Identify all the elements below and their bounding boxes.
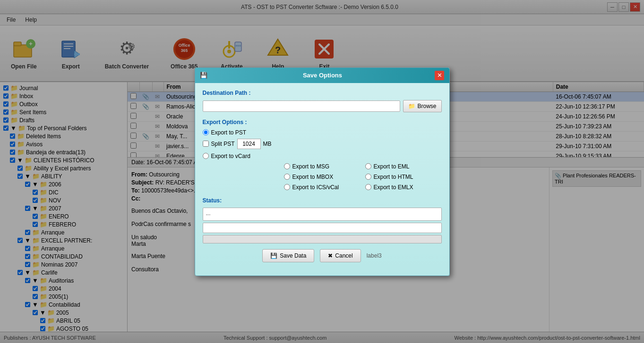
export-options-text: Export Options : [203,119,247,125]
export-vcard-label: Export to vCard [211,153,250,159]
export-html-label: Export to HTML [374,174,413,180]
export-options-label: Export Options : [203,119,442,125]
browse-label: Browse [417,103,436,109]
export-emlx-radio[interactable] [365,184,371,190]
save-data-button[interactable]: 💾 Save Data [262,249,314,262]
export-msg-label: Export to MSG [292,163,330,170]
save-data-label: Save Data [280,252,306,259]
dialog-close-button[interactable]: ✕ [435,71,444,80]
export-msg-row: Export to MSG [284,163,361,170]
destination-path-input[interactable] [203,100,401,112]
dialog-overlay: 💾 Save Options ✕ Destination Path : 📁 Br… [0,0,644,343]
export-emlx-label: Export to EMLX [374,184,413,191]
export-emlx-row: Export to EMLX [365,184,442,191]
split-pst-checkbox[interactable] [203,141,209,147]
dialog-title-icon: 💾 [200,72,207,79]
export-eml-row: Export to EML [365,163,442,170]
export-eml-radio[interactable] [365,163,371,169]
cancel-icon: ✖ [328,252,333,259]
destination-path-label: Destination Path : [203,90,442,96]
label3: label3 [367,252,382,259]
export-html-radio[interactable] [365,174,371,180]
status-value: ... [206,210,211,217]
export-pst-row: Export to PST [203,129,442,136]
export-ics-label: Export to ICS/vCal [292,184,339,191]
export-mbox-radio[interactable] [284,174,290,180]
status-text-box: ... [203,208,442,221]
export-ics-radio[interactable] [284,184,290,190]
export-row1: Export to PST Split PST MB Export to vCa… [203,129,442,159]
split-pst-input[interactable] [237,139,261,149]
export-vcard-radio[interactable] [203,153,209,159]
status-bar-small [203,235,442,243]
export-options-grid: Export to MSG Export to EML Export to MB… [203,163,442,191]
split-pst-label: Split PST [211,141,235,147]
status-label: Status: [203,197,442,204]
export-mbox-row: Export to MBOX [284,174,361,180]
browse-folder-icon: 📁 [408,103,415,109]
progress-bar-container [203,223,442,233]
cancel-label: Cancel [335,252,352,259]
col1-spacer3 [203,184,279,191]
export-vcard-row: Export to vCard [203,153,442,159]
export-html-row: Export to HTML [365,174,442,180]
dialog-body: Destination Path : 📁 Browse Export Optio… [195,83,449,276]
save-icon: 💾 [270,252,277,259]
export-eml-label: Export to EML [374,163,410,170]
cancel-button[interactable]: ✖ Cancel [320,249,361,262]
destination-path-row: 📁 Browse [203,100,442,112]
export-ics-row: Export to ICS/vCal [284,184,361,191]
status-section: Status: ... [203,197,442,243]
export-msg-radio[interactable] [284,163,290,169]
col1-spacer2 [203,174,279,180]
col1-spacer [203,163,279,170]
split-pst-unit: MB [263,141,272,147]
dialog-title: Save Options [303,72,342,79]
split-pst-row: Split PST MB [203,139,442,149]
export-mbox-label: Export to MBOX [292,174,334,180]
save-options-dialog: 💾 Save Options ✕ Destination Path : 📁 Br… [195,67,450,276]
export-pst-label: Export to PST [211,129,247,136]
dialog-title-bar: 💾 Save Options ✕ [195,68,449,83]
browse-button[interactable]: 📁 Browse [403,100,441,112]
dialog-footer: 💾 Save Data ✖ Cancel label3 [203,249,442,269]
export-pst-radio[interactable] [203,129,209,135]
